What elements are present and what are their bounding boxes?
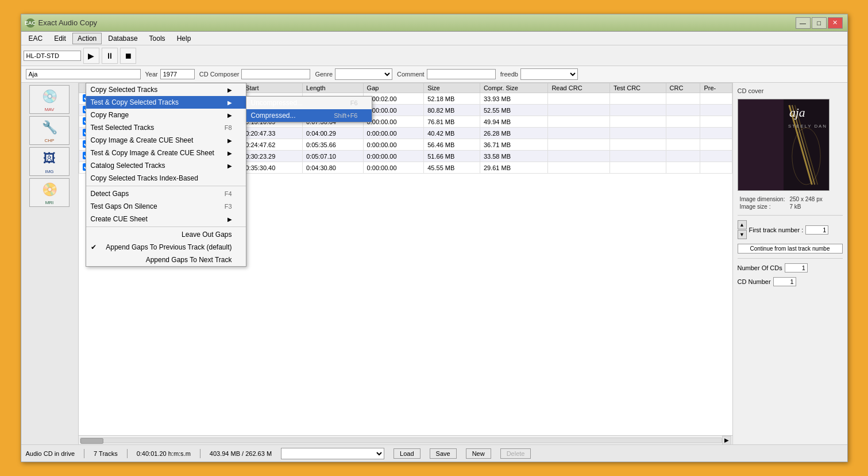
cd-number-field: CD Number xyxy=(738,277,843,286)
continue-from-last-button[interactable]: Continue from last track numbe xyxy=(738,244,843,254)
menu-detect-gaps[interactable]: Detect Gaps F4 xyxy=(86,187,246,200)
stop-icon[interactable]: ⏹ xyxy=(120,48,136,64)
menu-copy-selected[interactable]: Copy Selected Tracks ▶ xyxy=(86,83,246,96)
menu-append-gaps-prev[interactable]: ✔ Append Gaps To Previous Track (default… xyxy=(86,241,246,254)
menu-copy-index-based[interactable]: Copy Selected Tracks Index-Based xyxy=(86,172,246,185)
menu-test-copy-image[interactable]: Test & Copy Image & Create CUE Sheet ▶ xyxy=(86,147,246,159)
left-icon-chp[interactable]: 🔧 CHP xyxy=(29,116,70,145)
detect-gaps-label: Detect Gaps xyxy=(91,190,129,198)
copy-selected-label: Copy Selected Tracks xyxy=(91,86,158,94)
menu-leave-out-gaps[interactable]: Leave Out Gaps xyxy=(86,228,246,241)
col-gap: Gap xyxy=(363,83,424,93)
row-test-crc xyxy=(610,93,666,105)
menu-bar: EAC Edit Action Database Tools Help xyxy=(21,32,847,45)
cd-composer-field: CD Composer xyxy=(199,69,311,79)
cd-cover-svg: aja STEELY DAN xyxy=(738,99,829,190)
main-window: EAC Exact Audio Copy — □ ✕ EAC Edit Acti… xyxy=(21,14,848,462)
cd-composer-input[interactable] xyxy=(241,69,310,79)
tracks-text: 7 Tracks xyxy=(94,450,118,457)
device-selector[interactable]: HL-DT-STD xyxy=(24,51,81,61)
row-compr-size: 52.55 MB xyxy=(480,105,548,116)
test-copy-image-label: Test & Copy Image & Create CUE Sheet xyxy=(91,149,214,157)
duration-text: 0:40:01.20 h:m:s.m xyxy=(137,450,191,457)
row-crc xyxy=(666,116,700,128)
menu-test-gaps-silence[interactable]: Test Gaps On Silence F3 xyxy=(86,200,246,213)
menu-tools[interactable]: Tools xyxy=(144,33,171,44)
menu-copy-range[interactable]: Copy Range ▶ xyxy=(86,109,246,121)
row-compr-size: 33.58 MB xyxy=(480,151,548,162)
play-icon[interactable]: ▶ xyxy=(83,48,99,64)
row-crc xyxy=(666,128,700,139)
new-button[interactable]: New xyxy=(466,448,491,459)
scroll-right-btn[interactable]: ▶ xyxy=(722,436,731,445)
profile-select[interactable] xyxy=(281,448,384,459)
mav-label: MAV xyxy=(45,107,55,112)
menu-database[interactable]: Database xyxy=(103,33,142,44)
row-test-crc xyxy=(610,151,666,162)
cd-cover-label: CD cover xyxy=(738,87,843,94)
row-gap: 0:00:02.00 xyxy=(363,93,424,105)
first-track-input[interactable] xyxy=(805,225,828,235)
num-cds-input[interactable] xyxy=(785,263,808,272)
menu-append-gaps-next[interactable]: Append Gaps To Next Track xyxy=(86,254,246,266)
menu-edit[interactable]: Edit xyxy=(49,33,71,44)
cd-number-input[interactable] xyxy=(773,277,796,286)
row-size: 40.42 MB xyxy=(424,128,480,139)
row-pre xyxy=(700,116,732,128)
row-crc xyxy=(666,105,700,116)
row-length: 0:05:07.10 xyxy=(302,151,363,162)
row-gap: 0:00:00.00 xyxy=(363,116,424,128)
title-field xyxy=(26,69,141,79)
menu-help[interactable]: Help xyxy=(172,33,196,44)
col-test-crc: Test CRC xyxy=(610,83,666,93)
compressed-label: Compressed... xyxy=(251,112,296,120)
catalog-selected-label: Catalog Selected Tracks xyxy=(91,162,165,170)
row-read-crc xyxy=(548,151,610,162)
close-button[interactable]: ✕ xyxy=(828,17,843,29)
row-size: 80.82 MB xyxy=(424,105,480,116)
save-button[interactable]: Save xyxy=(430,448,457,459)
content-area: 💿 MAV 🔧 CHP 🖼 IMG 📀 MRI xyxy=(21,83,847,444)
menu-eac[interactable]: EAC xyxy=(24,33,48,44)
menu-copy-image[interactable]: Copy Image & Create CUE Sheet ▶ xyxy=(86,134,246,147)
row-compr-size: 26.28 MB xyxy=(480,128,548,139)
scrollbar-thumb[interactable] xyxy=(80,438,103,444)
submenu-compressed[interactable]: Compressed... Shift+F6 xyxy=(246,109,372,122)
minimize-button[interactable]: — xyxy=(796,17,811,29)
comment-input[interactable] xyxy=(427,69,496,79)
menu-test-selected[interactable]: Test Selected Tracks F8 xyxy=(86,121,246,134)
row-crc xyxy=(666,93,700,105)
menu-create-cue[interactable]: Create CUE Sheet ▶ xyxy=(86,213,246,225)
svg-rect-1 xyxy=(738,99,784,190)
row-start: 0:35:30.40 xyxy=(242,162,303,174)
row-size: 56.46 MB xyxy=(424,139,480,151)
test-selected-shortcut: F8 xyxy=(225,124,232,131)
horizontal-scrollbar[interactable]: ▶ xyxy=(79,435,732,444)
submenu-uncompressed[interactable]: Uncompressed... F6 xyxy=(246,97,372,109)
menu-test-copy-selected[interactable]: Test & Copy Selected Tracks ▶ Uncompress… xyxy=(86,96,246,109)
maximize-button[interactable]: □ xyxy=(812,17,827,29)
copy-image-arrow: ▶ xyxy=(227,137,232,144)
load-button[interactable]: Load xyxy=(394,448,420,459)
row-pre xyxy=(700,93,732,105)
left-icon-mav[interactable]: 💿 MAV xyxy=(29,85,70,114)
year-input[interactable] xyxy=(160,69,195,79)
genre-field: Genre xyxy=(315,68,392,80)
row-gap: 0:00:00.00 xyxy=(363,105,424,116)
left-icon-img[interactable]: 🖼 IMG xyxy=(29,147,70,176)
row-pre xyxy=(700,139,732,151)
menu-catalog-selected[interactable]: Catalog Selected Tracks ▶ xyxy=(86,159,246,172)
freedb-select[interactable] xyxy=(520,68,578,80)
left-icon-mri[interactable]: 📀 MRI xyxy=(29,178,70,207)
menu-action[interactable]: Action xyxy=(72,33,102,44)
first-track-up[interactable]: ▲ xyxy=(738,220,747,229)
delete-button[interactable]: Delete xyxy=(500,448,531,459)
num-cds-label: Number Of CDs xyxy=(738,264,782,271)
chp-icon: 🔧 xyxy=(40,118,59,137)
row-size: 51.66 MB xyxy=(424,151,480,162)
row-gap: 0:00:00.00 xyxy=(363,162,424,174)
first-track-down[interactable]: ▼ xyxy=(738,230,747,239)
pause-icon[interactable]: ⏸ xyxy=(102,48,118,64)
album-title-input[interactable] xyxy=(26,69,141,79)
genre-select[interactable] xyxy=(335,68,392,80)
